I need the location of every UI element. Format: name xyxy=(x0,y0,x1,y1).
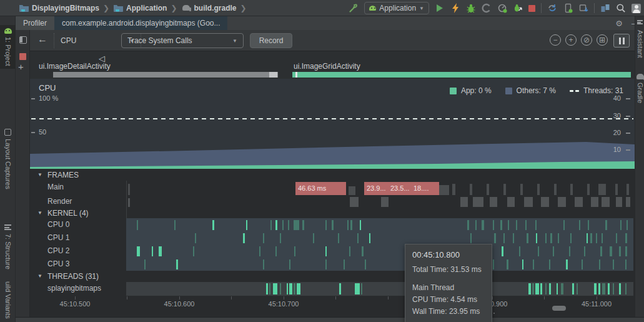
frames-render-track[interactable] xyxy=(30,196,635,208)
frame-bar-slow[interactable]: 23.5... xyxy=(388,182,411,195)
frame-bar[interactable] xyxy=(128,198,130,207)
sidebar-item-layout-captures[interactable]: Layout Captures xyxy=(0,129,16,189)
activity-bar-detail[interactable] xyxy=(53,72,278,78)
frame-bar[interactable] xyxy=(452,184,455,195)
kernel-cpu2-track[interactable] xyxy=(30,246,635,257)
sdk-manager-icon[interactable] xyxy=(578,3,588,13)
activity-tick xyxy=(344,259,345,269)
attach-profiler-icon-disabled[interactable] xyxy=(482,3,492,13)
recording-session-icon[interactable] xyxy=(19,53,26,60)
kernel-section-header[interactable]: ▼ KERNEL (4) xyxy=(30,208,635,219)
frames-main-track[interactable]: 46.63 ms23.9...23.5...18.... xyxy=(30,180,635,195)
frame-bar[interactable] xyxy=(541,197,549,207)
frame-bar[interactable] xyxy=(524,197,533,207)
zoom-in-button[interactable]: + xyxy=(565,34,577,46)
zoom-to-selection-button[interactable]: ⊞ xyxy=(597,34,608,46)
frame-bar[interactable] xyxy=(591,197,598,207)
pause-live-button[interactable] xyxy=(613,34,630,48)
sidebar-item-assistant[interactable]: Assistant xyxy=(635,30,644,58)
trace-type-value: Trace System Calls xyxy=(127,36,192,45)
profile-app-icon[interactable] xyxy=(497,3,507,13)
debug-button[interactable] xyxy=(466,3,476,13)
breadcrumb-module[interactable]: Application xyxy=(126,4,167,13)
event-timeline: ◁ ui.ImageDetailActivity ui.ImageGridAct… xyxy=(30,51,635,79)
breadcrumb-file[interactable]: build.gradle xyxy=(194,4,237,13)
tab-profiler[interactable]: Profiler xyxy=(16,16,54,30)
horizontal-scrollbar[interactable] xyxy=(552,306,566,311)
frame-bar[interactable] xyxy=(490,197,497,207)
apply-code-changes-icon[interactable] xyxy=(513,3,523,13)
frame-bar[interactable] xyxy=(350,197,359,207)
record-button[interactable]: Record xyxy=(250,33,292,48)
reset-zoom-button[interactable]: ⊘ xyxy=(581,34,592,46)
frame-bar[interactable] xyxy=(537,184,540,195)
sessions-panel-icon[interactable] xyxy=(19,36,27,44)
activity-tick xyxy=(561,283,563,294)
frame-bar-slow[interactable] xyxy=(431,182,439,195)
kernel-cpu3-track[interactable] xyxy=(30,259,635,270)
add-session-button[interactable]: + xyxy=(18,61,24,72)
frame-bar[interactable] xyxy=(558,197,566,207)
sidebar-item-build-variants[interactable]: uild Variants xyxy=(0,281,16,319)
frames-section-header[interactable]: ▼ FRAMES xyxy=(30,170,635,181)
apply-changes-icon[interactable] xyxy=(450,3,460,13)
frame-bar[interactable] xyxy=(626,197,630,207)
gear-icon[interactable]: ⚙ xyxy=(615,19,623,28)
frame-bar[interactable] xyxy=(520,184,523,195)
frame-bar[interactable] xyxy=(128,184,130,195)
frame-bar[interactable] xyxy=(439,185,449,195)
frame-bar[interactable] xyxy=(570,184,573,195)
frame-bar[interactable] xyxy=(473,197,483,207)
frame-bar-slow[interactable]: 18.... xyxy=(411,182,431,195)
time-axis[interactable]: 45:10.50045:10.60045:10.70045:10.90045:1… xyxy=(30,296,635,311)
frame-bar-slow[interactable]: 46.63 ms xyxy=(295,182,346,195)
frame-bar[interactable] xyxy=(503,184,506,195)
frame-bar[interactable] xyxy=(487,184,489,195)
kernel-cpu0-track[interactable] xyxy=(30,219,635,231)
device-manager-icon[interactable] xyxy=(563,3,573,13)
sidebar-item-project[interactable]: 1: Project xyxy=(0,25,16,69)
sidebar-item-structure[interactable]: 7: Structure xyxy=(0,224,16,269)
activity-bar-grid[interactable] xyxy=(292,72,631,78)
frame-bar[interactable] xyxy=(554,184,557,195)
toolwindow-quick-access[interactable] xyxy=(635,19,644,25)
sidebar-item-gradle[interactable]: Gradle xyxy=(635,74,644,103)
zoom-out-button[interactable]: − xyxy=(550,34,561,46)
stop-button[interactable] xyxy=(528,5,535,12)
frame-bar[interactable] xyxy=(575,197,583,207)
run-configuration-select[interactable]: Application ▼ xyxy=(364,2,429,14)
frame-bar[interactable] xyxy=(587,184,590,195)
frame-bar[interactable] xyxy=(627,184,629,195)
frame-bar[interactable] xyxy=(615,184,618,195)
frame-bar[interactable] xyxy=(381,197,389,207)
user-avatar[interactable] xyxy=(632,4,641,13)
cpu-usage-chart[interactable]: CPU 100 % 50 40302010 App: 0 % Others: 7… xyxy=(30,79,635,169)
collapse-triangle-icon[interactable]: ▼ xyxy=(37,210,42,216)
frame-bar[interactable] xyxy=(507,197,515,207)
project-structure-icon[interactable] xyxy=(600,3,610,13)
frame-bar[interactable] xyxy=(470,184,472,195)
activity-label: ui.ImageGridActivity xyxy=(294,62,360,71)
thread-activity-track[interactable] xyxy=(30,283,635,295)
chevron-down-icon: ▼ xyxy=(232,38,237,44)
trace-type-select[interactable]: Trace System Calls ▼ xyxy=(121,33,244,48)
frame-bar[interactable] xyxy=(349,186,355,195)
kernel-cpu1-track[interactable] xyxy=(30,233,635,244)
threads-section-header[interactable]: ▼ THREADS (31) xyxy=(30,271,635,282)
frame-bar[interactable] xyxy=(616,197,622,207)
sidebar-item-label: 1: Project xyxy=(4,37,12,66)
gradle-sync-icon[interactable] xyxy=(547,3,557,13)
wrench-icon[interactable] xyxy=(349,3,359,13)
back-arrow-icon[interactable]: ← xyxy=(37,34,47,45)
tab-app-process[interactable]: com.example.android.displayingbitmaps (G… xyxy=(54,16,227,30)
run-button[interactable] xyxy=(435,3,445,13)
frame-bar-slow[interactable]: 23.9... xyxy=(364,182,388,195)
frame-bar[interactable] xyxy=(602,197,610,207)
profiler-view-value: CPU xyxy=(61,36,76,45)
collapse-triangle-icon[interactable]: ▼ xyxy=(37,273,42,279)
frame-bar[interactable] xyxy=(460,197,468,207)
frame-bar[interactable] xyxy=(598,184,606,195)
breadcrumb-project[interactable]: DisplayingBitmaps xyxy=(32,4,99,13)
collapse-triangle-icon[interactable]: ▼ xyxy=(37,172,42,178)
search-icon[interactable] xyxy=(616,3,626,13)
